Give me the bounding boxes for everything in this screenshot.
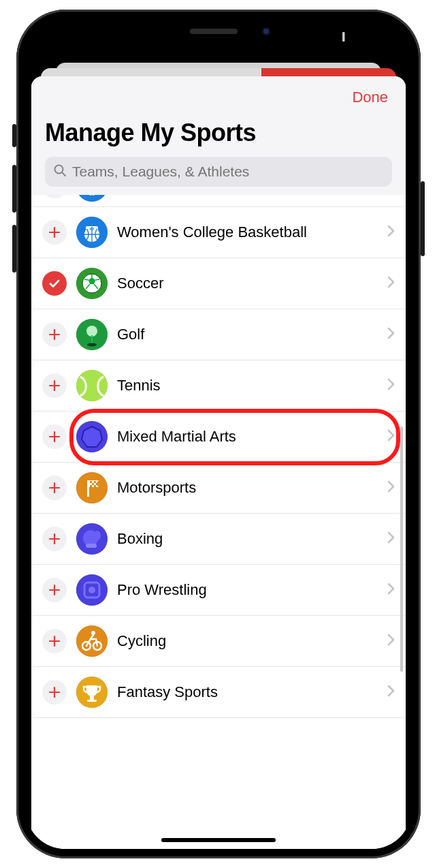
volume-down-button [12,225,16,273]
chevron-right-icon[interactable] [387,583,395,598]
chevron-right-icon[interactable] [387,531,395,546]
chevron-right-icon[interactable] [387,378,395,393]
add-sport-button[interactable] [42,629,67,653]
svg-rect-32 [96,483,98,485]
wifi-icon [351,31,366,45]
volume-up-button [12,165,16,213]
done-button[interactable]: Done [352,89,388,106]
cellular-icon [332,32,347,44]
chevron-right-icon[interactable] [387,429,395,444]
sport-label: Golf [117,326,377,343]
mute-switch [12,124,16,147]
screen: 1:43 [26,19,411,849]
page-title: Manage My Sports [45,117,392,157]
chevron-right-icon[interactable] [387,634,395,649]
svg-rect-34 [94,485,96,487]
sport-row[interactable]: Mixed Martial Arts [31,412,406,463]
svg-rect-38 [86,544,97,548]
svg-rect-2 [339,34,342,42]
chevron-right-icon[interactable] [387,685,395,700]
sport-row[interactable]: Fantasy Sports [31,667,406,718]
svg-point-21 [86,326,97,337]
sport-row[interactable]: Motorsports [31,463,406,514]
sport-label: Tennis [117,377,377,394]
add-sport-button[interactable] [42,195,67,198]
add-sport-button[interactable] [42,578,67,602]
sport-row[interactable]: Boxing [31,514,406,565]
sport-icon [76,472,108,503]
sport-label: Fantasy Sports [117,683,377,701]
sport-icon [76,625,108,657]
svg-point-7 [55,166,63,174]
svg-point-23 [87,343,97,347]
chevron-right-icon[interactable] [387,480,395,495]
notch [141,19,296,42]
sport-label: Cycling [117,632,377,650]
sport-icon: X7 [76,217,108,248]
chevron-right-icon[interactable] [387,225,395,240]
sport-label: Motorsports [117,479,377,497]
sport-row[interactable]: Golf [31,309,406,360]
svg-point-41 [88,587,95,593]
svg-point-42 [76,625,108,657]
sport-label: Boxing [117,530,377,548]
svg-line-8 [63,173,66,176]
sport-label: Women's College Basketball [117,223,377,241]
svg-rect-28 [87,480,89,497]
add-sport-button[interactable] [42,322,67,347]
svg-rect-29 [90,481,92,483]
search-field[interactable] [45,157,392,187]
svg-point-27 [76,472,108,503]
sport-label: Mixed Martial Arts [117,428,377,446]
svg-point-45 [91,631,95,635]
front-camera [262,27,270,35]
svg-rect-31 [92,483,94,485]
sport-icon: X7 [76,195,108,202]
status-time: 1:43 [49,31,78,46]
svg-rect-33 [90,485,92,487]
sport-row[interactable]: Soccer [31,258,406,309]
sport-icon [76,370,108,401]
sport-label: Soccer [117,275,377,292]
sport-row[interactable]: Pro Wrestling [31,565,406,616]
chevron-right-icon[interactable] [387,276,395,291]
search-input[interactable] [72,164,384,180]
home-indicator[interactable] [161,838,276,842]
add-sport-button[interactable] [42,424,67,449]
svg-rect-47 [90,696,94,700]
svg-marker-26 [82,427,102,447]
svg-point-9 [76,195,108,202]
sport-icon [76,574,108,606]
sport-row[interactable]: Tennis [31,360,406,412]
sport-icon [76,421,108,452]
earpiece-speaker [190,29,238,34]
sport-icon [76,523,108,555]
sport-row[interactable]: Cycling [31,616,406,667]
scroll-indicator [400,427,403,672]
add-sport-button[interactable] [42,373,67,398]
manage-sports-sheet: Done Manage My Sports X7M [31,76,406,849]
add-sport-button[interactable] [42,220,67,245]
svg-rect-30 [94,481,96,483]
svg-rect-0 [332,38,335,42]
status-indicators [332,31,392,45]
sport-icon [76,268,108,299]
sheet-header: Done Manage My Sports [31,76,406,195]
svg-point-37 [94,531,101,540]
chevron-right-icon[interactable] [387,327,395,342]
svg-rect-5 [372,34,386,40]
power-button [421,181,425,256]
add-sport-button[interactable] [42,527,67,551]
sports-list[interactable]: X7Men's College BasketballX7Women's Coll… [31,195,406,849]
selected-check-button[interactable] [42,271,67,296]
svg-rect-3 [342,32,345,42]
add-sport-button[interactable] [42,680,67,704]
add-sport-button[interactable] [42,476,67,500]
sport-row[interactable]: X7Men's College Basketball [31,195,406,207]
search-icon [53,164,67,180]
sport-icon [76,319,108,350]
sport-icon [76,677,108,708]
svg-rect-48 [87,700,97,702]
sport-label: Pro Wrestling [117,581,377,599]
sport-row[interactable]: X7Women's College Basketball [31,207,406,258]
